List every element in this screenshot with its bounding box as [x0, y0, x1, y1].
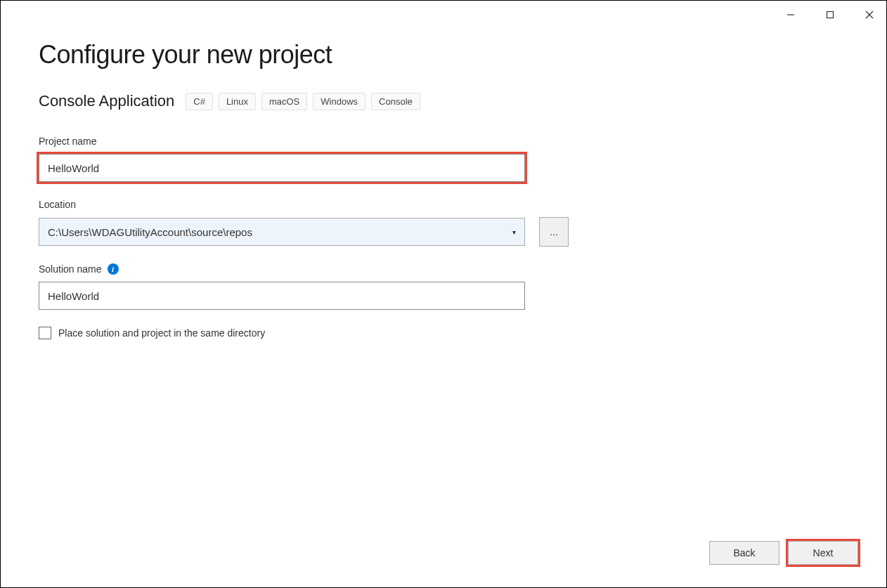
tag-console: Console — [371, 93, 420, 110]
location-value: C:\Users\WDAGUtilityAccount\source\repos — [48, 226, 252, 238]
same-directory-label: Place solution and project in the same d… — [58, 327, 265, 339]
location-label: Location — [39, 199, 848, 210]
info-icon[interactable]: i — [108, 263, 119, 275]
project-name-label: Project name — [39, 136, 848, 147]
location-select[interactable]: C:\Users\WDAGUtilityAccount\source\repos… — [39, 218, 525, 246]
project-name-input[interactable] — [39, 154, 525, 182]
page-title: Configure your new project — [39, 40, 848, 70]
tag-csharp: C# — [186, 93, 213, 110]
same-directory-checkbox[interactable] — [39, 327, 51, 339]
maximize-button[interactable] — [819, 6, 841, 23]
solution-name-input[interactable] — [39, 282, 525, 310]
tag-macos: macOS — [261, 93, 307, 110]
back-button[interactable]: Back — [709, 541, 779, 565]
close-button[interactable] — [858, 6, 881, 23]
minimize-button[interactable] — [779, 6, 802, 23]
template-tags: C# Linux macOS Windows Console — [186, 93, 420, 110]
template-name: Console Application — [39, 92, 174, 110]
browse-button[interactable]: ... — [539, 217, 569, 247]
tag-linux: Linux — [219, 93, 256, 110]
tag-windows: Windows — [313, 93, 365, 110]
chevron-down-icon: ▾ — [512, 228, 516, 236]
next-button[interactable]: Next — [788, 541, 858, 565]
solution-name-label: Solution name — [39, 263, 102, 275]
svg-rect-1 — [827, 12, 834, 18]
